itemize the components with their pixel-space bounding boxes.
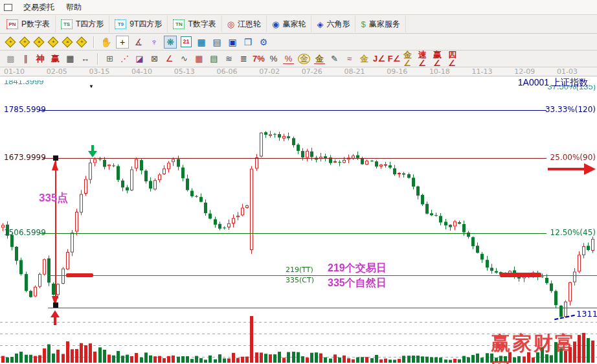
- t-number-table-button-label: T数字表: [188, 19, 216, 30]
- points-annotation[interactable]: 335点: [39, 190, 68, 205]
- fan-box-alt-icon[interactable]: ⊠: [149, 53, 160, 65]
- grid-dots-icon[interactable]: ▦: [194, 53, 205, 65]
- low-marker-arrow-stem: [54, 317, 56, 325]
- brush-icon[interactable]: ✎: [329, 53, 340, 65]
- f-angle-icon[interactable]: F∠: [389, 53, 400, 65]
- t-number-table-button-icon: TN: [173, 19, 185, 29]
- width-measure-icon[interactable]: ↔: [80, 53, 91, 65]
- date-tick-11: 11-13: [472, 67, 493, 76]
- toolbar-draw: ▩∥神赢▦↔⊞⋰◪⊠∠∿▦▤≋≣7%%%金金✎≈金J∠F∠金∠速∠赢∠四∠: [0, 51, 597, 67]
- box-tool-icon[interactable]: ⊞: [104, 53, 115, 65]
- p-number-table-button[interactable]: PNP数字表: [1, 16, 56, 32]
- gann-line-3333[interactable]: [39, 110, 546, 111]
- gann-wheel-button-label: 江恩轮: [238, 19, 261, 30]
- price-level-label-1250: 1506.5999: [4, 228, 46, 237]
- t9-square-button[interactable]: T99T四方形: [109, 16, 168, 32]
- gann-square-icon-1[interactable]: +: [5, 36, 16, 47]
- fan-box-icon[interactable]: ◪: [134, 53, 145, 65]
- date-axis[interactable]: 01-1002-0503-1504-1005-1306-0607-0207-26…: [0, 67, 597, 76]
- angle-measure-icon[interactable]: ∡: [133, 36, 144, 48]
- trading-days-annotation[interactable]: 219个交易日: [328, 262, 387, 275]
- parallel-lines-icon[interactable]: ≋: [223, 53, 234, 65]
- smart-analysis-icon[interactable]: ❋: [164, 36, 177, 49]
- date-tick-0: 01-10: [4, 67, 25, 76]
- measure-handle-top[interactable]: [53, 155, 58, 161]
- winner-service-button-icon: $: [361, 20, 365, 28]
- angle-lines-icon[interactable]: ∠: [164, 53, 175, 65]
- four-angle-icon[interactable]: 四∠: [448, 53, 459, 65]
- menu-trade[interactable]: 交易委托: [17, 1, 60, 14]
- gann-fan-icon[interactable]: ⋰: [119, 53, 130, 65]
- crosshair-tool-icon[interactable]: +: [116, 36, 129, 49]
- wave-box-icon[interactable]: ≈: [344, 53, 355, 65]
- support-line-lower[interactable]: [48, 308, 597, 308]
- gann-square-icon-2[interactable]: +: [19, 36, 30, 47]
- ct-count-label: 335(CT): [286, 276, 314, 284]
- candlestick-canvas[interactable]: [0, 76, 597, 364]
- gann-wheel-button[interactable]: ◎江恩轮: [222, 16, 267, 32]
- measure-handle-bottom[interactable]: [53, 302, 58, 308]
- calendar-icon[interactable]: 21: [181, 36, 192, 47]
- gold-circle-icon[interactable]: 金: [298, 54, 310, 64]
- grid-line-icon[interactable]: ▤: [208, 53, 220, 65]
- j-angle-icon[interactable]: J∠: [374, 53, 385, 65]
- notes-icon[interactable]: ▤: [211, 36, 223, 48]
- gann-line-2500[interactable]: [43, 158, 546, 159]
- gann-tool-icon[interactable]: ♆: [148, 36, 160, 48]
- winner-wheel-button[interactable]: ◉赢家轮: [267, 16, 311, 32]
- gann-square-icon-4[interactable]: +: [48, 36, 59, 47]
- winner-service-button[interactable]: $赢家服务: [355, 16, 405, 32]
- hexagon-button-label: 六角形: [326, 19, 350, 30]
- gold-line-icon[interactable]: 金: [314, 54, 325, 64]
- measure-vertical-line[interactable]: [55, 160, 56, 308]
- t-number-table-button[interactable]: TNT数字表: [168, 16, 221, 32]
- low-marker-arrow-head[interactable]: [51, 310, 60, 317]
- t-square-button[interactable]: TST四方形: [56, 16, 109, 32]
- p-number-table-button-icon: PN: [6, 19, 18, 29]
- t-square-button-icon: TS: [61, 19, 73, 29]
- highlight-segment-right[interactable]: [500, 273, 541, 277]
- gold-box-icon[interactable]: 金: [359, 53, 370, 65]
- date-tick-6: 07-02: [259, 67, 280, 76]
- gann-square-icon-5[interactable]: ×: [62, 36, 73, 47]
- save-icon[interactable]: ▣: [227, 36, 238, 48]
- natural-days-annotation[interactable]: 335个自然日: [328, 277, 387, 290]
- date-tick-9: 09-16: [387, 67, 407, 76]
- window-system-icon[interactable]: [4, 4, 12, 11]
- gold-angle-icon[interactable]: 金∠: [403, 53, 414, 65]
- gann-square-icon-6[interactable]: +: [76, 36, 87, 47]
- toolbar-separator: [93, 36, 94, 48]
- truck-icon[interactable]: ⚙: [258, 36, 269, 48]
- shen-tool-icon[interactable]: 神: [35, 53, 46, 65]
- percent-slant-icon[interactable]: 7%: [253, 53, 264, 65]
- gann-square-icon-3[interactable]: ×: [34, 36, 45, 47]
- forecast-arrow-line[interactable]: [548, 168, 585, 170]
- date-tick-12: 12-09: [514, 67, 535, 76]
- calculator-icon[interactable]: ▦: [196, 36, 207, 48]
- grid-disabled-icon[interactable]: ▩: [5, 53, 16, 65]
- toolbar-separator: [97, 53, 98, 65]
- hexagon-button[interactable]: ◈六角形: [311, 16, 355, 32]
- gann-line-1250[interactable]: [40, 233, 546, 234]
- zigzag-icon[interactable]: ∿: [179, 53, 190, 65]
- hand-tool-icon[interactable]: ✋: [100, 36, 112, 48]
- grid-ruler-icon[interactable]: ▦: [65, 53, 76, 65]
- ying-angle-icon[interactable]: 赢∠: [433, 53, 444, 65]
- ruler-icon[interactable]: ≣: [238, 53, 249, 65]
- speed-angle-icon[interactable]: 速∠: [418, 53, 429, 65]
- highlight-segment-left[interactable]: [66, 273, 93, 277]
- menu-help[interactable]: 帮助: [60, 1, 87, 14]
- date-tick-10: 10-18: [429, 67, 450, 76]
- line-marks-icon[interactable]: ∥: [20, 53, 31, 65]
- percent-line-icon[interactable]: %: [283, 54, 294, 64]
- pct-level-label-2500: 25.00%(90): [550, 153, 596, 162]
- t9-square-button-label: 9T四方形: [130, 19, 162, 30]
- percent-icon[interactable]: %: [268, 53, 279, 65]
- ying-tool-icon[interactable]: 赢: [50, 53, 61, 65]
- copy-web-icon[interactable]: ❐: [242, 36, 254, 48]
- p-number-table-button-label: P数字表: [21, 19, 50, 30]
- peak-marker-arrow-icon[interactable]: [88, 151, 97, 157]
- chart-area: 1841.3999 37.50%(135) 1A0001 上证指数 1785.5…: [0, 76, 597, 364]
- toolbar-main: PNP数字表TST四方形T99T四方形TNT数字表◎江恩轮◉赢家轮◈六角形$赢家…: [0, 15, 597, 34]
- tt-count-label: 219(TT): [286, 266, 313, 274]
